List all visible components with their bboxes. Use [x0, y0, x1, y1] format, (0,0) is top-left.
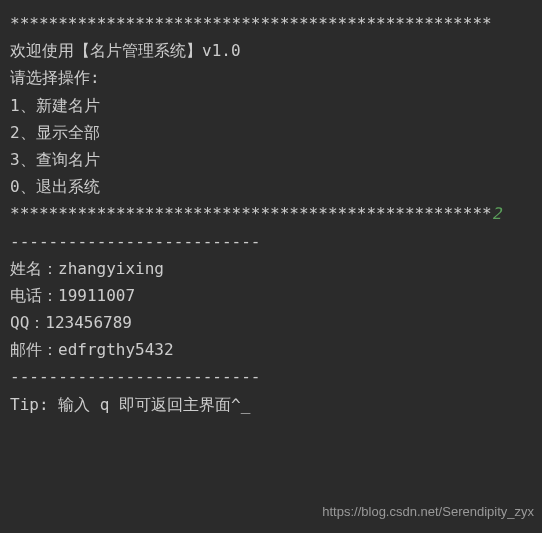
footer-stars-row: ****************************************… — [10, 200, 532, 227]
card-qq-row: QQ： 123456789 — [10, 309, 532, 336]
watermark: https://blog.csdn.net/Serendipity_zyx — [322, 501, 534, 523]
header-stars: ****************************************… — [10, 10, 532, 37]
menu-item-query: 3、查询名片 — [10, 146, 532, 173]
menu-item-new: 1、新建名片 — [10, 92, 532, 119]
email-value: edfrgthy5432 — [58, 336, 174, 363]
phone-label: 电话： — [10, 282, 58, 309]
qq-label: QQ： — [10, 309, 45, 336]
card-name-row: 姓名： zhangyixing — [10, 255, 532, 282]
menu-item-show-all: 2、显示全部 — [10, 119, 532, 146]
footer-stars: ****************************************… — [10, 204, 492, 223]
name-label: 姓名： — [10, 255, 58, 282]
prompt-label: 请选择操作: — [10, 64, 532, 91]
menu-item-exit: 0、退出系统 — [10, 173, 532, 200]
dashes-top: -------------------------- — [10, 228, 532, 255]
name-value: zhangyixing — [58, 255, 164, 282]
card-phone-row: 电话： 19911007 — [10, 282, 532, 309]
phone-value: 19911007 — [58, 282, 135, 309]
user-input[interactable]: 2 — [492, 204, 502, 223]
card-email-row: 邮件： edfrgthy5432 — [10, 336, 532, 363]
email-label: 邮件： — [10, 336, 58, 363]
welcome-title: 欢迎使用【名片管理系统】v1.0 — [10, 37, 532, 64]
qq-value: 123456789 — [45, 309, 132, 336]
tip-line: Tip: 输入 q 即可返回主界面^_ — [10, 391, 532, 418]
dashes-bottom: -------------------------- — [10, 363, 532, 390]
